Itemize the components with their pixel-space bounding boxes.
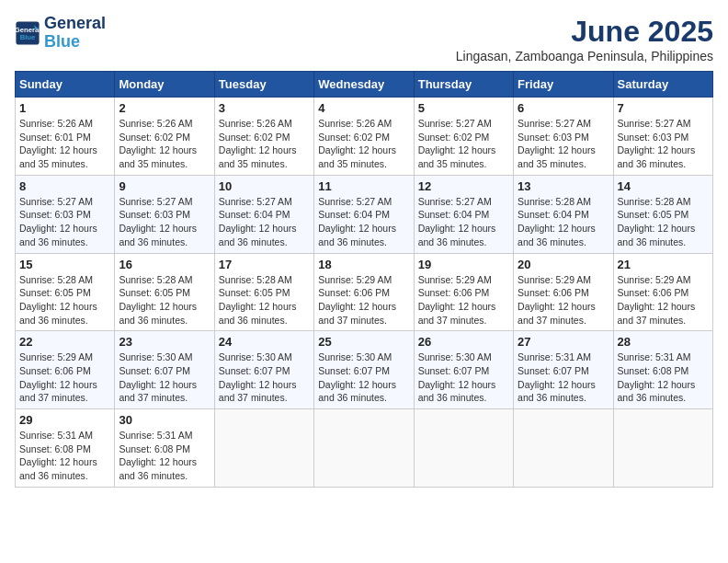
day-info: Sunrise: 5:30 AMSunset: 6:07 PMDaylight:… — [418, 350, 509, 405]
day-info: Sunrise: 5:27 AMSunset: 6:03 PMDaylight:… — [119, 195, 210, 249]
day-number: 18 — [318, 258, 409, 271]
day-number: 24 — [219, 335, 310, 349]
day-info: Sunrise: 5:26 AMSunset: 6:01 PMDaylight:… — [19, 117, 110, 171]
calendar-cell: 12Sunrise: 5:27 AMSunset: 6:04 PMDayligh… — [414, 175, 513, 253]
calendar-cell: 23Sunrise: 5:30 AMSunset: 6:07 PMDayligh… — [115, 331, 214, 409]
calendar-cell: 20Sunrise: 5:29 AMSunset: 6:06 PMDayligh… — [514, 253, 613, 331]
logo-icon: General Blue — [15, 20, 40, 46]
day-number: 4 — [318, 101, 409, 115]
calendar-week-5: 29Sunrise: 5:31 AMSunset: 6:08 PMDayligh… — [16, 409, 713, 488]
calendar-cell — [414, 409, 513, 488]
day-header-tuesday: Tuesday — [214, 72, 313, 98]
day-header-sunday: Sunday — [16, 72, 115, 98]
day-info: Sunrise: 5:31 AMSunset: 6:08 PMDaylight:… — [618, 350, 709, 405]
calendar-cell: 16Sunrise: 5:28 AMSunset: 6:05 PMDayligh… — [115, 253, 214, 331]
day-info: Sunrise: 5:27 AMSunset: 6:03 PMDaylight:… — [19, 195, 110, 249]
day-number: 26 — [418, 335, 509, 349]
calendar-cell: 1Sunrise: 5:26 AMSunset: 6:01 PMDaylight… — [16, 98, 115, 176]
calendar-cell: 13Sunrise: 5:28 AMSunset: 6:04 PMDayligh… — [514, 175, 613, 253]
calendar-table: SundayMondayTuesdayWednesdayThursdayFrid… — [15, 71, 713, 488]
day-info: Sunrise: 5:27 AMSunset: 6:04 PMDaylight:… — [318, 195, 409, 249]
day-info: Sunrise: 5:29 AMSunset: 6:06 PMDaylight:… — [618, 273, 709, 327]
day-number: 30 — [119, 413, 210, 427]
day-info: Sunrise: 5:27 AMSunset: 6:02 PMDaylight:… — [418, 117, 509, 171]
calendar-cell: 2Sunrise: 5:26 AMSunset: 6:02 PMDaylight… — [115, 98, 214, 176]
logo-text-general: General — [44, 15, 106, 33]
calendar-week-4: 22Sunrise: 5:29 AMSunset: 6:06 PMDayligh… — [16, 331, 713, 409]
calendar-subtitle: Lingasan, Zamboanga Peninsula, Philippin… — [456, 49, 713, 63]
day-info: Sunrise: 5:26 AMSunset: 6:02 PMDaylight:… — [119, 117, 210, 171]
logo: General Blue General Blue — [15, 15, 106, 52]
day-info: Sunrise: 5:29 AMSunset: 6:06 PMDaylight:… — [318, 273, 409, 327]
calendar-cell: 11Sunrise: 5:27 AMSunset: 6:04 PMDayligh… — [314, 175, 414, 253]
svg-text:Blue: Blue — [20, 33, 36, 41]
calendar-cell — [314, 409, 414, 488]
day-info: Sunrise: 5:26 AMSunset: 6:02 PMDaylight:… — [219, 117, 310, 171]
day-number: 22 — [19, 335, 110, 349]
day-number: 19 — [418, 258, 509, 271]
svg-text:General: General — [15, 25, 40, 33]
page-header: General Blue General Blue June 2025 Ling… — [15, 15, 713, 63]
calendar-week-3: 15Sunrise: 5:28 AMSunset: 6:05 PMDayligh… — [16, 253, 713, 331]
calendar-cell: 27Sunrise: 5:31 AMSunset: 6:07 PMDayligh… — [514, 331, 613, 409]
day-number: 23 — [119, 335, 210, 349]
day-number: 1 — [19, 101, 110, 115]
day-number: 12 — [418, 179, 509, 193]
day-info: Sunrise: 5:31 AMSunset: 6:07 PMDaylight:… — [518, 350, 609, 405]
day-info: Sunrise: 5:26 AMSunset: 6:02 PMDaylight:… — [318, 117, 409, 171]
day-info: Sunrise: 5:27 AMSunset: 6:03 PMDaylight:… — [618, 117, 709, 171]
calendar-cell: 7Sunrise: 5:27 AMSunset: 6:03 PMDaylight… — [613, 98, 712, 176]
day-info: Sunrise: 5:29 AMSunset: 6:06 PMDaylight:… — [418, 273, 509, 327]
calendar-cell: 14Sunrise: 5:28 AMSunset: 6:05 PMDayligh… — [613, 175, 712, 253]
logo-text-blue: Blue — [44, 33, 106, 52]
day-number: 25 — [318, 335, 409, 349]
day-info: Sunrise: 5:28 AMSunset: 6:05 PMDaylight:… — [219, 273, 310, 327]
day-number: 13 — [518, 179, 609, 193]
calendar-title: June 2025 — [456, 15, 713, 49]
day-number: 15 — [19, 258, 110, 271]
day-number: 14 — [618, 179, 709, 193]
day-number: 7 — [618, 101, 709, 115]
day-number: 2 — [119, 101, 210, 115]
day-header-wednesday: Wednesday — [314, 72, 414, 98]
calendar-cell: 3Sunrise: 5:26 AMSunset: 6:02 PMDaylight… — [214, 98, 313, 176]
day-info: Sunrise: 5:28 AMSunset: 6:04 PMDaylight:… — [518, 195, 609, 249]
day-number: 21 — [618, 258, 709, 271]
title-area: June 2025 Lingasan, Zamboanga Peninsula,… — [456, 15, 713, 63]
day-number: 3 — [219, 101, 310, 115]
day-header-monday: Monday — [115, 72, 214, 98]
calendar-cell: 24Sunrise: 5:30 AMSunset: 6:07 PMDayligh… — [214, 331, 313, 409]
calendar-cell: 5Sunrise: 5:27 AMSunset: 6:02 PMDaylight… — [414, 98, 513, 176]
day-number: 17 — [219, 258, 310, 271]
day-number: 27 — [518, 335, 609, 349]
calendar-cell: 8Sunrise: 5:27 AMSunset: 6:03 PMDaylight… — [16, 175, 115, 253]
day-header-saturday: Saturday — [613, 72, 712, 98]
calendar-cell: 21Sunrise: 5:29 AMSunset: 6:06 PMDayligh… — [613, 253, 712, 331]
calendar-week-1: 1Sunrise: 5:26 AMSunset: 6:01 PMDaylight… — [16, 98, 713, 176]
calendar-cell: 29Sunrise: 5:31 AMSunset: 6:08 PMDayligh… — [16, 409, 115, 488]
calendar-cell — [613, 409, 712, 488]
day-info: Sunrise: 5:27 AMSunset: 6:04 PMDaylight:… — [219, 195, 310, 249]
day-info: Sunrise: 5:28 AMSunset: 6:05 PMDaylight:… — [119, 273, 210, 327]
calendar-cell: 22Sunrise: 5:29 AMSunset: 6:06 PMDayligh… — [16, 331, 115, 409]
calendar-cell: 18Sunrise: 5:29 AMSunset: 6:06 PMDayligh… — [314, 253, 414, 331]
day-info: Sunrise: 5:29 AMSunset: 6:06 PMDaylight:… — [19, 350, 110, 405]
day-info: Sunrise: 5:27 AMSunset: 6:03 PMDaylight:… — [518, 117, 609, 171]
calendar-cell: 17Sunrise: 5:28 AMSunset: 6:05 PMDayligh… — [214, 253, 313, 331]
day-number: 29 — [19, 413, 110, 427]
calendar-cell: 10Sunrise: 5:27 AMSunset: 6:04 PMDayligh… — [214, 175, 313, 253]
day-info: Sunrise: 5:27 AMSunset: 6:04 PMDaylight:… — [418, 195, 509, 249]
calendar-header-row: SundayMondayTuesdayWednesdayThursdayFrid… — [16, 72, 713, 98]
day-number: 28 — [618, 335, 709, 349]
calendar-cell: 4Sunrise: 5:26 AMSunset: 6:02 PMDaylight… — [314, 98, 414, 176]
day-number: 8 — [19, 179, 110, 193]
day-number: 16 — [119, 258, 210, 271]
day-info: Sunrise: 5:31 AMSunset: 6:08 PMDaylight:… — [119, 429, 210, 483]
day-info: Sunrise: 5:28 AMSunset: 6:05 PMDaylight:… — [618, 195, 709, 249]
day-header-thursday: Thursday — [414, 72, 513, 98]
day-number: 20 — [518, 258, 609, 271]
calendar-cell: 28Sunrise: 5:31 AMSunset: 6:08 PMDayligh… — [613, 331, 712, 409]
day-number: 11 — [318, 179, 409, 193]
day-number: 10 — [219, 179, 310, 193]
day-info: Sunrise: 5:28 AMSunset: 6:05 PMDaylight:… — [19, 273, 110, 327]
